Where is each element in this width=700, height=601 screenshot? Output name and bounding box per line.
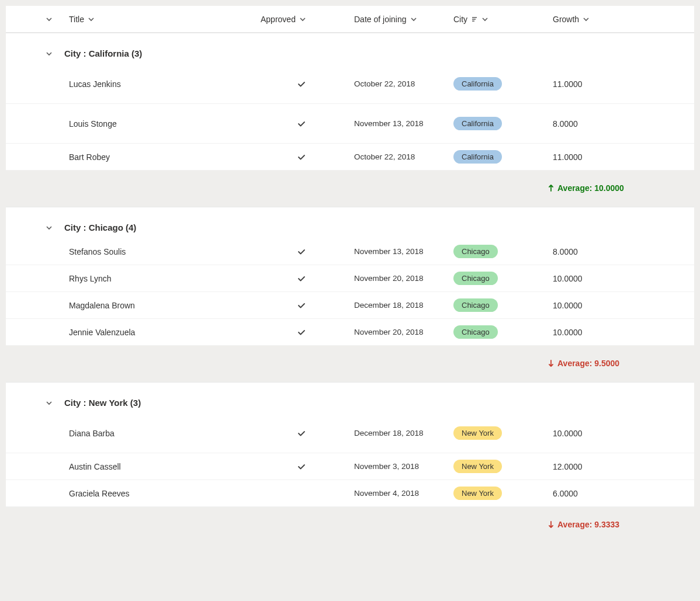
check-icon bbox=[261, 429, 306, 438]
row-title: Jennie Valenzuela bbox=[69, 328, 135, 337]
column-header-approved[interactable]: Approved bbox=[256, 15, 349, 24]
city-tag: New York bbox=[453, 460, 502, 473]
chevron-down-icon bbox=[481, 16, 488, 23]
row-title: Lucas Jenkins bbox=[69, 79, 121, 89]
column-header-growth-label: Growth bbox=[553, 15, 579, 24]
row-date: October 22, 2018 bbox=[354, 152, 415, 161]
row-title: Rhys Lynch bbox=[69, 274, 112, 283]
chevron-down-icon bbox=[583, 16, 590, 23]
column-header-growth[interactable]: Growth bbox=[548, 15, 694, 24]
chevron-down-icon[interactable] bbox=[46, 224, 53, 231]
check-icon bbox=[261, 301, 306, 310]
row-date: November 3, 2018 bbox=[354, 462, 419, 471]
row-growth: 11.0000 bbox=[553, 79, 583, 89]
summary-text: Average: 10.0000 bbox=[557, 183, 624, 193]
table-group: City : California (3) Lucas Jenkins Octo… bbox=[6, 33, 694, 207]
summary-text: Average: 9.5000 bbox=[557, 359, 619, 368]
row-growth: 10.0000 bbox=[553, 328, 583, 337]
row-title: Bart Robey bbox=[69, 152, 110, 162]
group-header[interactable]: City : Chicago (4) bbox=[6, 207, 694, 238]
chevron-down-icon[interactable] bbox=[46, 16, 53, 23]
table-row[interactable]: Jennie Valenzuela November 20, 2018 Chic… bbox=[6, 319, 694, 346]
city-tag: Chicago bbox=[453, 325, 498, 339]
table-row[interactable]: Louis Stonge November 13, 2018 Californi… bbox=[6, 104, 694, 144]
row-date: October 22, 2018 bbox=[354, 79, 415, 88]
group-title: City : Chicago (4) bbox=[64, 223, 136, 232]
row-date: November 20, 2018 bbox=[354, 274, 424, 283]
check-icon bbox=[261, 79, 306, 89]
table-row[interactable]: Bart Robey October 22, 2018 California 1… bbox=[6, 144, 694, 171]
row-growth: 12.0000 bbox=[553, 462, 583, 471]
group-by-icon bbox=[471, 16, 478, 23]
column-header-date[interactable]: Date of joining bbox=[349, 15, 449, 24]
row-growth: 11.0000 bbox=[553, 152, 583, 162]
row-title: Austin Cassell bbox=[69, 462, 121, 471]
column-header-city[interactable]: City bbox=[449, 15, 548, 24]
check-icon bbox=[261, 119, 306, 128]
check-icon bbox=[261, 247, 306, 256]
group-summary: Average: 9.3333 bbox=[6, 507, 694, 543]
group-title: City : California (3) bbox=[64, 48, 142, 58]
city-tag: Chicago bbox=[453, 272, 498, 285]
table-group: City : New York (3) Diana Barba December… bbox=[6, 382, 694, 543]
table-row[interactable]: Stefanos Soulis November 13, 2018 Chicag… bbox=[6, 238, 694, 265]
column-header-date-label: Date of joining bbox=[354, 15, 407, 24]
chevron-down-icon bbox=[299, 16, 306, 23]
row-date: December 18, 2018 bbox=[354, 301, 424, 310]
check-icon bbox=[261, 328, 306, 337]
check-icon bbox=[261, 462, 306, 471]
row-date: November 13, 2018 bbox=[354, 247, 424, 256]
row-title: Stefanos Soulis bbox=[69, 247, 126, 256]
summary-text: Average: 9.3333 bbox=[557, 520, 619, 529]
chevron-down-icon[interactable] bbox=[46, 50, 53, 57]
table-row[interactable]: Rhys Lynch November 20, 2018 Chicago 10.… bbox=[6, 265, 694, 292]
group-summary: Average: 10.0000 bbox=[6, 171, 694, 207]
data-table: Title Approved Date of joining City bbox=[6, 6, 694, 543]
column-header-title-label: Title bbox=[69, 15, 84, 24]
chevron-down-icon bbox=[410, 16, 417, 23]
check-icon bbox=[261, 152, 306, 162]
column-header-title[interactable]: Title bbox=[64, 15, 256, 24]
group-header[interactable]: City : New York (3) bbox=[6, 383, 694, 414]
row-date: November 20, 2018 bbox=[354, 328, 424, 336]
column-header-approved-label: Approved bbox=[261, 15, 296, 24]
arrow-up-icon bbox=[548, 184, 554, 192]
check-icon bbox=[261, 274, 306, 283]
group-title: City : New York (3) bbox=[64, 398, 141, 408]
table-row[interactable]: Magdalena Brown December 18, 2018 Chicag… bbox=[6, 292, 694, 319]
city-tag: Chicago bbox=[453, 298, 498, 312]
row-date: November 13, 2018 bbox=[354, 119, 424, 128]
row-growth: 8.0000 bbox=[553, 119, 578, 128]
table-header: Title Approved Date of joining City bbox=[6, 6, 694, 33]
row-date: November 4, 2018 bbox=[354, 489, 419, 498]
table-row[interactable]: Lucas Jenkins October 22, 2018 Californi… bbox=[6, 64, 694, 104]
table-group: City : Chicago (4) Stefanos Soulis Novem… bbox=[6, 207, 694, 382]
group-summary: Average: 9.5000 bbox=[6, 346, 694, 382]
arrow-down-icon bbox=[548, 359, 554, 367]
row-growth: 8.0000 bbox=[553, 247, 578, 256]
row-title: Louis Stonge bbox=[69, 119, 117, 128]
row-growth: 10.0000 bbox=[553, 301, 583, 310]
chevron-down-icon[interactable] bbox=[46, 399, 53, 407]
city-tag: California bbox=[453, 117, 502, 130]
city-tag: New York bbox=[453, 487, 502, 500]
row-title: Graciela Reeves bbox=[69, 489, 130, 498]
city-tag: California bbox=[453, 77, 502, 91]
table-row[interactable]: Diana Barba December 18, 2018 New York 1… bbox=[6, 414, 694, 453]
group-header[interactable]: City : California (3) bbox=[6, 33, 694, 64]
city-tag: New York bbox=[453, 426, 502, 440]
row-growth: 6.0000 bbox=[553, 489, 578, 498]
row-growth: 10.0000 bbox=[553, 274, 583, 283]
arrow-down-icon bbox=[548, 520, 554, 529]
row-title: Magdalena Brown bbox=[69, 301, 135, 310]
row-date: December 18, 2018 bbox=[354, 429, 424, 437]
table-row[interactable]: Graciela Reeves November 4, 2018 New Yor… bbox=[6, 480, 694, 507]
column-header-city-label: City bbox=[453, 15, 467, 24]
chevron-down-icon bbox=[88, 16, 95, 23]
row-growth: 10.0000 bbox=[553, 429, 583, 438]
table-row[interactable]: Austin Cassell November 3, 2018 New York… bbox=[6, 453, 694, 480]
city-tag: California bbox=[453, 150, 502, 164]
row-title: Diana Barba bbox=[69, 429, 115, 438]
city-tag: Chicago bbox=[453, 245, 498, 258]
